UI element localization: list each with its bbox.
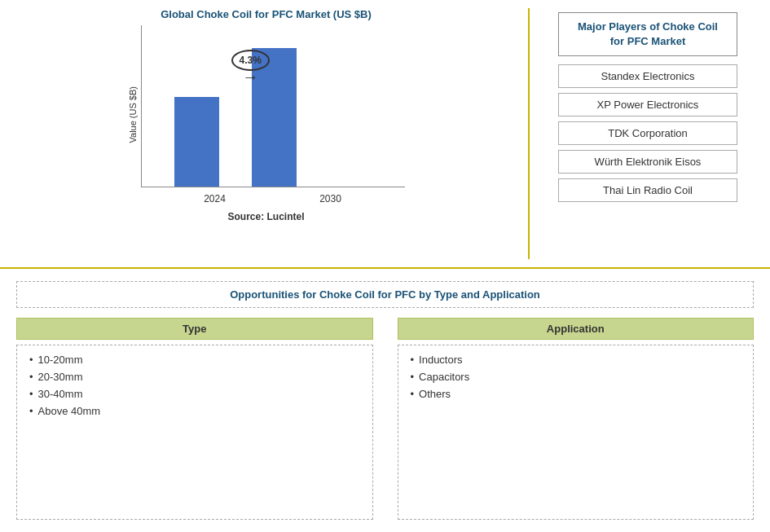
x-axis-labels: 2024 2030 [141,189,405,204]
bar-label-2030: 2030 [319,193,341,204]
chart-container: Value (US $B) 4.3% → [128,25,405,204]
type-item-3: •Above 40mm [29,405,360,417]
bullet: • [411,371,415,383]
player-item-0: Standex Electronics [558,64,737,88]
chart-area: Global Choke Coil for PFC Market (US $B)… [16,8,516,259]
bullet: • [29,388,33,400]
bullet: • [29,371,33,383]
application-column: Application •Inductors •Capacitors •Othe… [398,318,755,520]
type-item-2: •30-40mm [29,388,360,400]
application-item-1: •Capacitors [411,371,741,383]
bottom-section: Opportunities for Choke Coil for PFC by … [0,269,770,532]
type-body: •10-20mm •20-30mm •30-40mm •Above 40mm [16,345,373,520]
bullet: • [411,354,415,366]
bar-label-2024: 2024 [204,193,226,204]
bullet: • [411,388,415,400]
growth-arrow: → [242,68,258,86]
opportunities-content: Type •10-20mm •20-30mm •30-40mm •Above 4… [16,318,754,520]
player-item-2: TDK Corporation [558,121,737,145]
source-text: Source: Lucintel [227,211,304,222]
y-axis-label: Value (US $B) [128,86,138,143]
bar-2024 [174,97,219,187]
bullet: • [29,354,33,366]
application-body: •Inductors •Capacitors •Others [398,345,755,520]
page-wrapper: Global Choke Coil for PFC Market (US $B)… [0,0,770,532]
players-title: Major Players of Choke Coil for PFC Mark… [558,12,737,56]
vertical-divider [528,8,530,259]
type-item-1: •20-30mm [29,371,360,383]
application-header: Application [398,318,755,340]
opportunities-title: Opportunities for Choke Coil for PFC by … [16,281,754,308]
top-section: Global Choke Coil for PFC Market (US $B)… [0,0,770,269]
type-column: Type •10-20mm •20-30mm •30-40mm •Above 4… [16,318,373,520]
chart-title: Global Choke Coil for PFC Market (US $B) [161,8,372,20]
chart-inner: 4.3% → 2024 2030 [141,25,405,204]
player-item-4: Thai Lin Radio Coil [558,178,737,202]
application-item-2: •Others [411,388,741,400]
application-item-0: •Inductors [411,354,741,366]
growth-annotation: 4.3% → [231,50,270,86]
type-header: Type [16,318,373,340]
type-item-0: •10-20mm [29,354,360,366]
player-item-3: Würth Elektronik Eisos [558,150,737,174]
players-area: Major Players of Choke Coil for PFC Mark… [542,8,754,259]
bars-wrapper: 4.3% → [141,25,405,187]
player-item-1: XP Power Electronics [558,93,737,117]
bar-group-2024 [174,97,219,187]
bullet: • [29,405,33,417]
